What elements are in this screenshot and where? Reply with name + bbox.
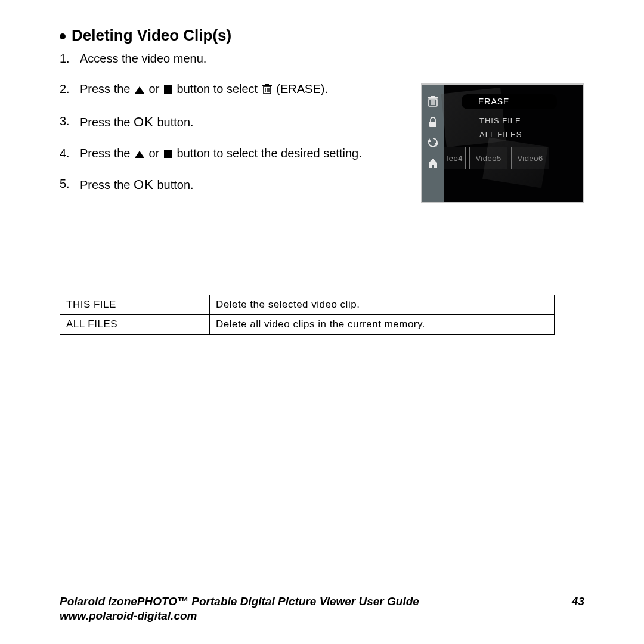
step-5: 5. Press the OK button. [60,176,394,194]
text-fragment: button to select [177,82,261,95]
video-thumb: Video6 [511,147,549,169]
device-main: ERASE THIS FILE ALL FILES leo4 Video5 Vi… [444,85,583,202]
text-fragment: button. [157,116,193,129]
option-name: ALL FILES [60,315,210,335]
video-thumb: Video5 [469,147,507,169]
section-heading: Deleting Video Clip(s) [60,26,608,45]
svg-rect-5 [265,84,269,85]
step-text: Press the OK button. [80,176,394,194]
option-desc: Delete all video clips in the current me… [210,315,555,335]
text-fragment: Press the [80,178,134,191]
svg-marker-13 [428,138,431,142]
trash-icon [427,95,439,107]
svg-rect-10 [428,97,438,98]
ok-label: OK [134,114,154,129]
table-row: THIS FILE Delete the selected video clip… [60,295,555,315]
step-number: 2. [60,81,80,99]
footer-title: Polaroid izonePHOTO™ Portable Digital Pi… [60,595,419,608]
step-text: Press the or button to select (ERASE). [80,81,394,99]
up-triangle-icon [135,86,144,94]
video-thumb: leo4 [444,147,466,169]
text-fragment: Press the [80,82,134,95]
text-fragment: or [149,147,163,160]
menu-title: ERASE [462,94,557,109]
step-text: Access the video menu. [80,51,394,67]
text-fragment: Press the [80,116,134,129]
trash-icon [262,83,272,99]
svg-rect-4 [262,85,272,86]
text-fragment: (ERASE). [276,82,328,95]
device-screenshot: ERASE THIS FILE ALL FILES leo4 Video5 Vi… [421,83,584,203]
step-4: 4. Press the or button to select the des… [60,145,394,162]
stop-square-icon [164,150,172,158]
home-icon [428,157,438,168]
page-number: 43 [572,595,584,608]
page-footer: Polaroid izonePHOTO™ Portable Digital Pi… [60,595,584,623]
option-desc: Delete the selected video clip. [210,295,555,315]
text-fragment: Press the [80,147,134,160]
footer-url: www.polaroid-digital.com [60,609,584,623]
text-fragment: button to select the desired setting. [177,147,362,160]
svg-rect-11 [431,96,435,97]
thumbnail-row: leo4 Video5 Video6 [444,147,580,169]
step-text: Press the or button to select the desire… [80,145,394,162]
step-number: 3. [60,113,80,131]
step-number: 1. [60,51,80,67]
device-sidebar [422,85,444,202]
option-name: THIS FILE [60,295,210,315]
step-number: 5. [60,176,80,194]
table-row: ALL FILES Delete all video clips in the … [60,315,555,335]
rotate-icon [428,137,438,148]
text-fragment: or [149,82,163,95]
step-text: Press the OK button. [80,113,394,131]
text-fragment: button. [157,178,193,191]
step-3: 3. Press the OK button. [60,113,394,131]
up-triangle-icon [135,151,144,158]
step-number: 4. [60,145,80,162]
erase-menu: ERASE THIS FILE ALL FILES [462,94,557,141]
ok-label: OK [134,177,154,192]
menu-item-this-file: THIS FILE [462,114,557,128]
heading-text: Deleting Video Clip(s) [72,26,231,44]
svg-rect-12 [429,122,436,127]
options-table: THIS FILE Delete the selected video clip… [60,295,555,335]
instruction-list: 1. Access the video menu. 2. Press the o… [60,51,394,193]
stop-square-icon [164,85,172,94]
step-2: 2. Press the or button to select (ERASE)… [60,81,394,99]
menu-item-all-files: ALL FILES [462,128,557,141]
step-1: 1. Access the video menu. [60,51,394,67]
lock-icon [428,117,438,128]
bullet-icon [60,33,66,39]
